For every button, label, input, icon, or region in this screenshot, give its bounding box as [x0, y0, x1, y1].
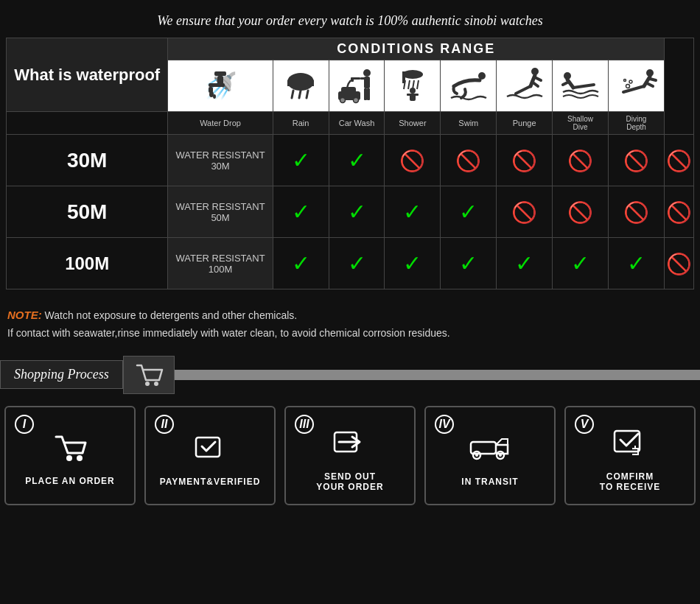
row-50m-num: 50M [7, 186, 168, 238]
shopping-steps: I PLACE AN ORDER II PAYMENT&VERIFIED [0, 406, 700, 520]
top-banner: We ensure that your order every watch is… [0, 0, 700, 38]
cart-icon [134, 362, 164, 387]
icon-diving-depth [609, 60, 665, 112]
svg-point-27 [402, 70, 423, 79]
icon-shallow-dive [553, 60, 609, 112]
step-1: I PLACE AN ORDER [4, 406, 136, 505]
cell-100m-4: ✓ [441, 238, 497, 289]
svg-rect-39 [503, 66, 547, 106]
svg-point-15 [363, 69, 371, 77]
cell-100m-2: ✓ [329, 238, 385, 289]
step-4-num: IV [435, 415, 454, 434]
svg-rect-10 [287, 80, 314, 86]
note-line1: Watch not exposure to detergents and oth… [45, 309, 298, 321]
svg-point-48 [145, 382, 150, 386]
row-100m-num: 100M [7, 238, 168, 289]
label-shower: Shower [385, 112, 441, 135]
shopping-section: Shopping Process I PLACE AN ORDER [0, 348, 700, 520]
label-rain: Rain [273, 112, 329, 135]
svg-rect-24 [364, 88, 367, 100]
step-3: III SEND OUT YOUR ORDER [284, 406, 416, 505]
svg-rect-17 [360, 77, 368, 80]
label-water-drop: Water Drop [168, 112, 273, 135]
svg-rect-2 [214, 71, 226, 76]
table-row: 50M WATER RESISTANT 50M ✓ ✓ ✓ ✓ 🚫 🚫 🚫 🚫 [7, 186, 694, 238]
label-swim: Swim [441, 112, 497, 135]
icon-car-wash [329, 60, 385, 112]
cell-30m-6: 🚫 [553, 135, 609, 186]
step-5-label: COMFIRM TO RECEIVE [600, 471, 660, 492]
svg-line-12 [299, 91, 301, 98]
row-100m-text: WATER RESISTANT 100M [168, 238, 273, 289]
cell-50m-1: ✓ [273, 186, 329, 238]
shopping-header-bar: Shopping Process [0, 356, 700, 394]
cell-30m-3: 🚫 [385, 135, 441, 186]
svg-point-57 [475, 454, 478, 457]
table-row: 30M WATER RESISTANT 30M ✓ ✓ 🚫 🚫 🚫 🚫 🚫 🚫 [7, 135, 694, 186]
svg-point-7 [213, 94, 216, 99]
cell-50m-2: ✓ [329, 186, 385, 238]
svg-point-51 [77, 455, 83, 461]
note-label: NOTE: [7, 309, 42, 321]
shopping-title: Shopping Process [0, 360, 123, 389]
cell-50m-3: ✓ [385, 186, 441, 238]
svg-rect-21 [341, 87, 356, 94]
cell-30m-1: ✓ [273, 135, 329, 186]
cell-50m-4: ✓ [441, 186, 497, 238]
label-car-wash: Car Wash [329, 112, 385, 135]
step-1-num: I [15, 415, 34, 434]
step-3-icon [332, 426, 368, 464]
note-line2: If contact with seawater,rinse immediate… [7, 325, 693, 343]
icon-water-drop: 🚿 [168, 60, 273, 112]
step-4-label: IN TRANSIT [461, 477, 518, 487]
banner-text: We ensure that your order every watch is… [157, 13, 542, 28]
step-5-num: V [575, 415, 594, 434]
svg-point-59 [499, 454, 502, 457]
svg-line-13 [307, 91, 308, 98]
svg-point-23 [354, 98, 359, 103]
step-5: V COMFIRM TO RECEIVE [564, 406, 696, 505]
row-50m-text: WATER RESISTANT 50M [168, 186, 273, 238]
cell-50m-8: 🚫 [665, 186, 694, 238]
step-3-label: SEND OUT YOUR ORDER [316, 471, 383, 492]
table-row: 100M WATER RESISTANT 100M ✓ ✓ ✓ ✓ ✓ ✓ ✓ … [7, 238, 694, 289]
step-2-label: PAYMENT&VERIFIED [160, 477, 261, 487]
row-30m-text: WATER RESISTANT 30M [168, 135, 273, 186]
cell-100m-7: ✓ [609, 238, 665, 289]
step-4: IV IN TRANSIT [424, 406, 556, 505]
cell-30m-5: 🚫 [497, 135, 553, 186]
step-4-icon [469, 432, 511, 469]
svg-rect-36 [414, 94, 419, 96]
icon-punge [497, 60, 553, 112]
svg-point-50 [66, 455, 72, 461]
cell-50m-5: 🚫 [497, 186, 553, 238]
svg-point-49 [154, 382, 158, 386]
icon-shower [385, 60, 441, 112]
svg-rect-35 [407, 94, 411, 96]
cell-50m-7: 🚫 [609, 186, 665, 238]
cell-100m-3: ✓ [385, 238, 441, 289]
label-shallow-dive: ShallowDive [553, 112, 609, 135]
note-section: NOTE: Watch not exposure to detergents a… [0, 295, 700, 348]
cell-50m-6: 🚫 [553, 186, 609, 238]
cell-30m-8: 🚫 [665, 135, 694, 186]
step-2-num: II [155, 415, 174, 434]
shopping-gray-bar [175, 370, 700, 380]
row-30m-num: 30M [7, 135, 168, 186]
cell-30m-7: 🚫 [609, 135, 665, 186]
svg-point-33 [410, 88, 416, 94]
step-2: II PAYMENT&VERIFIED [144, 406, 276, 505]
step-1-icon [52, 432, 88, 468]
step-2-icon [192, 432, 228, 469]
svg-rect-52 [196, 438, 220, 457]
svg-rect-25 [367, 88, 370, 100]
waterproof-section: What is waterproof CONDITIONS RANGE 🚿 [0, 38, 700, 295]
cell-100m-8: 🚫 [665, 238, 694, 289]
icon-swim [441, 60, 497, 112]
step-5-icon [612, 426, 648, 464]
label-diving-depth: DivingDepth [609, 112, 665, 135]
waterproof-title: What is waterproof [7, 38, 168, 112]
conditions-range-header: CONDITIONS RANGE [168, 38, 665, 60]
step-1-label: PLACE AN ORDER [25, 476, 115, 486]
waterproof-table: What is waterproof CONDITIONS RANGE 🚿 [6, 38, 694, 289]
